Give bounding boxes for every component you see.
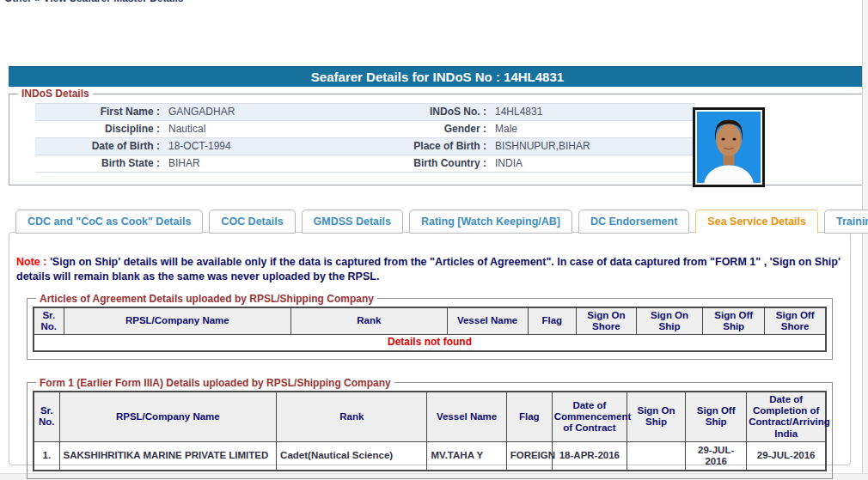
cell-rank: Cadet(Nautical Science): [277, 441, 427, 471]
col-sign-on-shore: Sign On Shore: [576, 307, 636, 335]
page-title: Seafarer Details for INDoS No : 14HL4831: [9, 66, 866, 87]
col-date-of-commencement: Date of Commencement of Contract: [552, 392, 627, 441]
articles-of-agreement-table: Sr. No. RPSL/Company Name Rank Vessel Na…: [33, 307, 827, 352]
cell-date-of-completion: 29-JUL-2016: [747, 441, 826, 471]
birth-state-value: BIHAR: [164, 155, 375, 172]
col-sign-off-ship: Sign Off Ship: [686, 392, 747, 441]
articles-of-agreement-legend: Articles of Agreement Details uploaded b…: [36, 293, 377, 305]
form1-fieldset: Form 1 (Earlier Form IIIA) Details uploa…: [27, 377, 833, 479]
sign-on-ship-note: Note : 'Sign on Ship' details will be av…: [16, 255, 841, 284]
col-rank: Rank: [277, 392, 427, 441]
seafarer-photo-image: [697, 112, 761, 183]
scrollbar-track[interactable]: [862, 0, 868, 480]
dob-value: 18-OCT-1994: [164, 138, 375, 155]
articles-of-agreement-fieldset: Articles of Agreement Details uploaded b…: [27, 293, 833, 360]
discipline-value: Nautical: [164, 121, 375, 137]
form1-table: Sr. No. RPSL/Company Name Rank Vessel Na…: [33, 391, 827, 471]
col-vessel-name: Vessel Name: [447, 307, 528, 335]
birth-state-label: Birth State :: [35, 155, 164, 172]
tab-cdc-coc-as-cook[interactable]: CDC and "CoC as Cook" Details: [15, 210, 203, 234]
first-name-value: GANGADHAR: [164, 104, 375, 120]
cell-sign-on-ship: [627, 441, 685, 471]
tab-training-details[interactable]: Training Details: [824, 210, 868, 234]
note-text: 'Sign on Ship' details will be available…: [16, 256, 840, 283]
col-flag: Flag: [506, 392, 552, 441]
col-sign-off-shore: Sign Off Shore: [765, 307, 826, 335]
indos-no-label: INDoS No. :: [375, 104, 491, 120]
indos-row-name: First Name : GANGADHAR INDoS No. : 14HL4…: [35, 104, 695, 121]
birth-country-label: Birth Country :: [375, 155, 491, 172]
seafarer-photo: [693, 107, 765, 187]
col-sign-on-ship: Sign On Ship: [627, 392, 685, 441]
col-rpsl-company-name: RPSL/Company Name: [64, 307, 291, 335]
indos-row-birth: Date of Birth : 18-OCT-1994 Place of Bir…: [35, 138, 695, 155]
col-sr-no: Sr. No.: [34, 307, 64, 335]
table-row: Details not found: [34, 335, 826, 351]
indos-row-state-country: Birth State : BIHAR Birth Country : INDI…: [35, 155, 695, 173]
cell-rpsl-company-name: SAKSHIHRITIKA MARINE PRIVATE LIMITED: [59, 441, 277, 471]
indos-row-discipline: Discipline : Nautical Gender : Male: [35, 121, 695, 138]
cell-flag: FOREIGN: [506, 441, 552, 471]
place-of-birth-label: Place of Birth :: [375, 138, 491, 155]
dob-label: Date of Birth :: [35, 138, 164, 155]
col-vessel-name: Vessel Name: [427, 392, 506, 441]
tab-rating-watch-keeping[interactable]: Rating [Watch Keeping/AB]: [409, 210, 572, 234]
sea-service-panel: Note : 'Sign on Ship' details will be av…: [9, 232, 851, 465]
col-sr-no: Sr. No.: [34, 392, 59, 441]
note-prefix: Note :: [16, 256, 46, 268]
tab-sea-service-details[interactable]: Sea Service Details: [695, 210, 818, 234]
tab-gmdss-details[interactable]: GMDSS Details: [302, 210, 403, 234]
col-flag: Flag: [528, 307, 576, 335]
table-header-row: Sr. No. RPSL/Company Name Rank Vessel Na…: [34, 307, 826, 335]
indos-details-fieldset: INDoS Details First Name : GANGADHAR IND…: [9, 88, 866, 185]
indos-details-rows: First Name : GANGADHAR INDoS No. : 14HL4…: [35, 103, 695, 173]
gender-value: Male: [491, 121, 695, 137]
table-header-row: Sr. No. RPSL/Company Name Rank Vessel Na…: [34, 392, 826, 441]
breadcrumb-text[interactable]: Other » View Seafarer Master Details: [0, 0, 868, 4]
table-row: 1. SAKSHIHRITIKA MARINE PRIVATE LIMITED …: [34, 441, 826, 471]
indos-details-legend: INDoS Details: [18, 88, 93, 100]
col-rank: Rank: [291, 307, 447, 335]
details-not-found-message: Details not found: [34, 335, 826, 351]
col-rpsl-company-name: RPSL/Company Name: [59, 392, 277, 441]
place-of-birth-value: BISHNUPUR,BIHAR: [491, 138, 695, 155]
form1-legend: Form 1 (Earlier Form IIIA) Details uploa…: [36, 377, 394, 389]
col-sign-on-ship: Sign On Ship: [636, 307, 702, 335]
gender-label: Gender :: [375, 121, 491, 137]
cell-sr-no: 1.: [34, 441, 59, 471]
indos-no-value: 14HL4831: [491, 104, 695, 120]
col-sign-off-ship: Sign Off Ship: [703, 307, 765, 335]
first-name-label: First Name :: [35, 104, 164, 120]
tab-dc-endorsement[interactable]: DC Endorsement: [578, 210, 689, 234]
cell-sign-off-ship: 29-JUL-2016: [686, 441, 747, 471]
breadcrumb[interactable]: Other » View Seafarer Master Details: [0, 0, 868, 4]
tab-coc-details[interactable]: COC Details: [209, 210, 295, 234]
discipline-label: Discipline :: [35, 121, 164, 137]
cell-date-of-commencement: 18-APR-2016: [552, 441, 627, 471]
detail-tabs: CDC and "CoC as Cook" Details COC Detail…: [15, 210, 868, 233]
cell-vessel-name: MV.TAHA Y: [427, 441, 506, 471]
col-date-of-completion: Date of Completion of Contract/Arriving …: [747, 392, 826, 441]
birth-country-value: INDIA: [491, 155, 695, 172]
